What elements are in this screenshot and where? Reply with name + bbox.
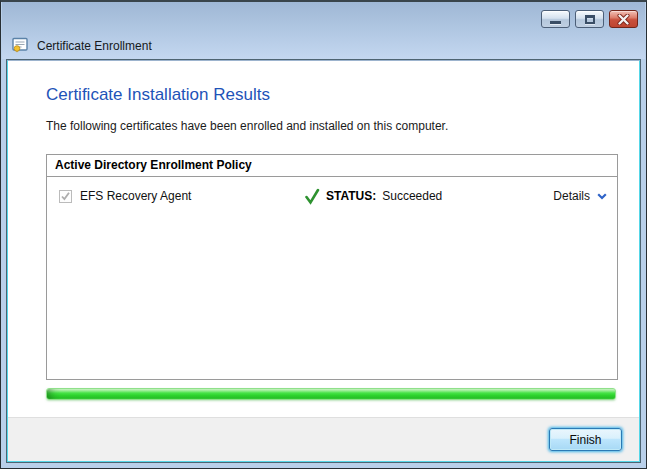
window-title: Certificate Enrollment xyxy=(37,39,152,53)
page-title: Certificate Installation Results xyxy=(46,85,270,105)
close-button[interactable] xyxy=(609,10,638,28)
finish-button[interactable]: Finish xyxy=(549,428,622,451)
enrollment-results-list: Active Directory Enrollment Policy EFS R… xyxy=(46,154,618,380)
page-description: The following certificates have been enr… xyxy=(46,119,448,133)
window-frame: Certificate Installation Results The fol… xyxy=(6,59,641,463)
status-value: Succeeded xyxy=(382,189,442,203)
wizard-content: Certificate Installation Results The fol… xyxy=(7,60,640,462)
footer-bar: Finish xyxy=(8,417,639,461)
window-controls xyxy=(541,10,638,28)
status-label: STATUS: xyxy=(326,189,376,203)
maximize-icon xyxy=(585,15,595,24)
title-bar[interactable]: Certificate Enrollment xyxy=(2,2,645,59)
policy-group-header: Active Directory Enrollment Policy xyxy=(47,155,617,177)
close-icon xyxy=(617,14,630,25)
app-header: Certificate Enrollment xyxy=(12,37,152,54)
maximize-button[interactable] xyxy=(575,10,604,28)
enrollment-progress-bar xyxy=(46,388,616,400)
status-group: STATUS: Succeeded xyxy=(305,185,442,207)
certificate-row[interactable]: EFS Recovery Agent STATUS: Succeeded Det… xyxy=(47,185,617,207)
certificate-name: EFS Recovery Agent xyxy=(80,189,191,203)
details-expander[interactable]: Details xyxy=(553,185,607,207)
certificate-checkbox[interactable] xyxy=(59,190,72,203)
checkmark-disabled-icon xyxy=(60,191,71,202)
certificate-enrollment-window: Certificate Enrollment Certificate Insta… xyxy=(0,0,647,469)
minimize-button[interactable] xyxy=(541,10,570,28)
details-label: Details xyxy=(553,189,590,203)
minimize-icon xyxy=(550,21,561,24)
success-check-icon xyxy=(305,188,320,205)
chevron-down-icon xyxy=(597,193,607,200)
certificate-icon xyxy=(12,37,29,54)
